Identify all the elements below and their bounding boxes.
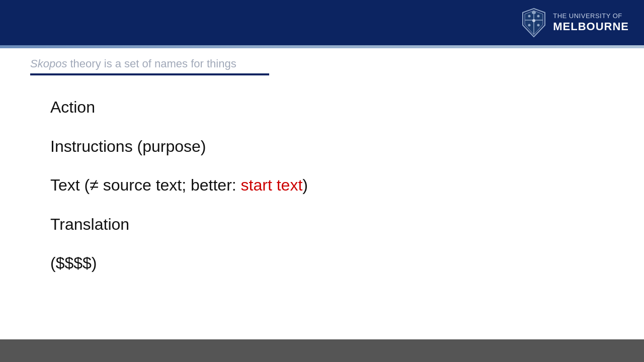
text-suffix: ) — [302, 176, 308, 194]
svg-point-6 — [528, 24, 531, 27]
text-prefix: Text (≠ source text; better: — [50, 176, 241, 194]
list-item-instructions: Instructions (purpose) — [50, 127, 644, 166]
footer — [0, 339, 644, 362]
list-item-translation: Translation — [50, 205, 644, 244]
svg-point-9 — [532, 11, 536, 14]
list-item-action: Action — [50, 88, 644, 127]
university-logo: THE UNIVERSITY OF MELBOURNE — [521, 8, 629, 38]
svg-point-5 — [537, 15, 540, 18]
logo-text: THE UNIVERSITY OF MELBOURNE — [553, 12, 629, 33]
list-item-text: Text (≠ source text; better: start text) — [50, 166, 644, 205]
svg-point-7 — [537, 24, 540, 27]
melbourne-label: MELBOURNE — [553, 20, 629, 33]
action-text: Action — [50, 98, 95, 116]
university-of-label: THE UNIVERSITY OF — [553, 12, 629, 20]
start-text-highlight: start text — [241, 176, 303, 194]
instructions-text: Instructions (purpose) — [50, 137, 206, 155]
subtitle-text: Skopos theory is a set of names for thin… — [30, 57, 644, 70]
subtitle-italic: Skopos — [30, 57, 67, 70]
list-item-money: ($$$$) — [50, 244, 644, 283]
subtitle-normal: theory is a set of names for things — [67, 57, 236, 70]
logo-crest-icon — [521, 8, 547, 38]
subtitle-area: Skopos theory is a set of names for thin… — [0, 48, 644, 75]
main-content: Action Instructions (purpose) Text (≠ so… — [0, 75, 644, 339]
svg-point-8 — [532, 19, 535, 22]
translation-text: Translation — [50, 215, 129, 233]
svg-point-4 — [528, 15, 531, 18]
money-text: ($$$$) — [50, 254, 97, 272]
subtitle-underline — [30, 73, 269, 75]
header: THE UNIVERSITY OF MELBOURNE — [0, 0, 644, 45]
